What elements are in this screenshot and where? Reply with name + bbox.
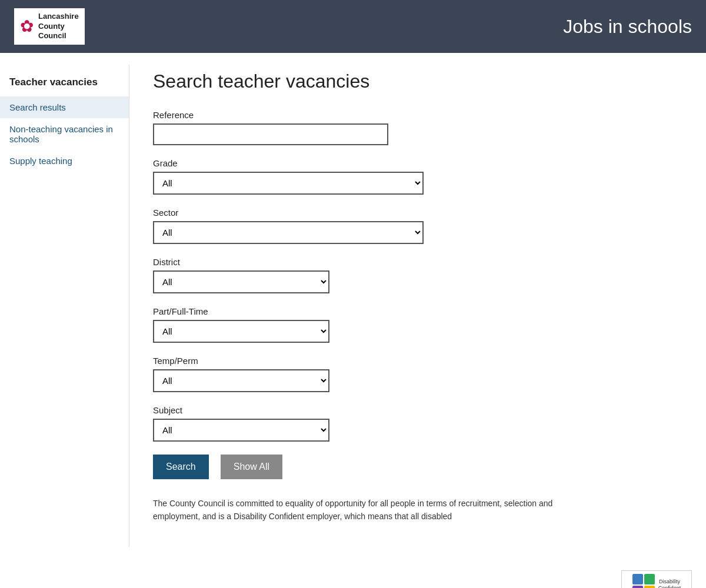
button-row: Search Show All xyxy=(153,455,682,479)
badge-square-4 xyxy=(644,586,655,588)
subject-label: Subject xyxy=(153,405,682,415)
reference-group: Reference xyxy=(153,110,682,145)
logo-text: Lancashire County Council xyxy=(38,12,79,42)
logo: ✿ Lancashire County Council xyxy=(14,8,85,45)
search-button[interactable]: Search xyxy=(153,455,209,479)
sector-select[interactable]: All xyxy=(153,221,424,244)
grade-label: Grade xyxy=(153,158,682,168)
page-wrapper: Teacher vacancies Search results Non-tea… xyxy=(0,53,706,559)
site-header: ✿ Lancashire County Council Jobs in scho… xyxy=(0,0,706,53)
show-all-button[interactable]: Show All xyxy=(221,455,282,479)
part-full-time-group: Part/Full-Time All xyxy=(153,306,682,343)
sidebar-item-search-results[interactable]: Search results xyxy=(0,96,129,118)
sidebar-item-non-teaching[interactable]: Non-teaching vacancies in schools xyxy=(0,118,129,150)
page-title: Search teacher vacancies xyxy=(153,71,682,92)
part-full-time-select[interactable]: All xyxy=(153,320,329,343)
district-group: District All xyxy=(153,257,682,293)
search-form: Reference Grade All Sector All District xyxy=(153,110,682,479)
disability-confident-badge: DisabilityConfident xyxy=(621,570,692,588)
grade-select[interactable]: All xyxy=(153,172,424,195)
sidebar-title: Teacher vacancies xyxy=(0,71,129,96)
grade-group: Grade All xyxy=(153,158,682,195)
temp-perm-group: Temp/Perm All xyxy=(153,356,682,392)
subject-select[interactable]: All xyxy=(153,419,329,442)
main-content: Search teacher vacancies Reference Grade… xyxy=(129,65,706,547)
badge-squares xyxy=(632,574,655,588)
sector-group: Sector All xyxy=(153,208,682,244)
district-select[interactable]: All xyxy=(153,270,329,293)
badge-label: DisabilityConfident xyxy=(658,579,681,588)
subject-group: Subject All xyxy=(153,405,682,442)
temp-perm-select[interactable]: All xyxy=(153,369,329,392)
part-full-time-label: Part/Full-Time xyxy=(153,306,682,316)
district-label: District xyxy=(153,257,682,267)
badge-square-2 xyxy=(644,574,655,584)
badge-square-3 xyxy=(632,586,643,588)
sidebar: Teacher vacancies Search results Non-tea… xyxy=(0,65,129,547)
badge-square-1 xyxy=(632,574,643,584)
rose-icon: ✿ xyxy=(20,16,34,36)
header-title: Jobs in schools xyxy=(563,16,692,38)
temp-perm-label: Temp/Perm xyxy=(153,356,682,366)
reference-label: Reference xyxy=(153,110,682,120)
reference-input[interactable] xyxy=(153,123,388,145)
footer-bottom: DisabilityConfident xyxy=(0,559,706,588)
sidebar-item-supply-teaching[interactable]: Supply teaching xyxy=(0,150,129,172)
sector-label: Sector xyxy=(153,208,682,218)
footer-text: The County Council is committed to equal… xyxy=(153,497,594,523)
